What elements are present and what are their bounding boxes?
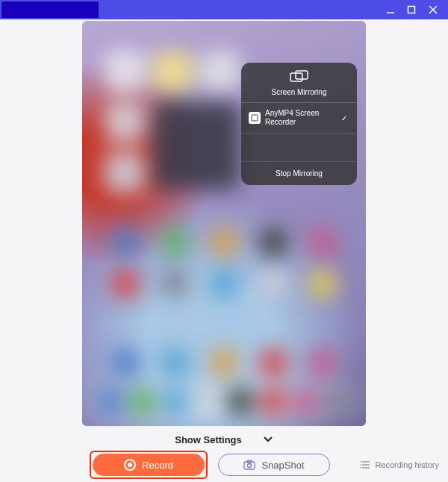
camera-icon (243, 460, 255, 470)
list-icon (360, 460, 370, 469)
record-button[interactable]: Record (93, 454, 205, 476)
show-settings-toggle[interactable]: Show Settings (9, 431, 439, 448)
snapshot-button[interactable]: SnapShot (218, 454, 330, 476)
close-button[interactable] (427, 4, 439, 16)
recording-history-link[interactable]: Recording history (360, 460, 439, 469)
checkmark-icon: ✓ (339, 114, 349, 122)
history-label: Recording history (375, 460, 439, 469)
record-label: Record (142, 460, 173, 471)
svg-point-15 (361, 467, 362, 469)
record-button-highlight: Record (90, 451, 208, 479)
svg-rect-5 (296, 71, 308, 79)
mirror-device-item[interactable]: AnyMP4 Screen Recorder ✓ (241, 103, 357, 134)
chevron-down-icon (263, 436, 273, 443)
mirror-viewport: Screen Mirroring AnyMP4 Screen Recorder … (0, 19, 448, 428)
screen-mirroring-icon (290, 70, 309, 84)
snapshot-label: SnapShot (261, 460, 304, 471)
svg-point-8 (248, 464, 252, 468)
record-icon (124, 459, 136, 471)
mirror-panel-header: Screen Mirroring (241, 63, 357, 103)
device-name: AnyMP4 Screen Recorder (265, 109, 335, 127)
screen-mirroring-panel: Screen Mirroring AnyMP4 Screen Recorder … (241, 63, 357, 185)
svg-rect-6 (252, 115, 258, 121)
svg-point-13 (361, 461, 362, 463)
maximize-button[interactable] (406, 4, 417, 15)
app-title-placeholder (1, 1, 99, 18)
bottom-bar: Show Settings Record SnapShot Recording … (0, 428, 448, 482)
stop-mirroring-button[interactable]: Stop Mirroring (241, 162, 357, 185)
mirror-panel-title: Screen Mirroring (247, 88, 351, 96)
device-screen: Screen Mirroring AnyMP4 Screen Recorder … (82, 21, 366, 426)
mirror-panel-spacer (241, 134, 357, 162)
svg-rect-1 (408, 7, 415, 13)
show-settings-label: Show Settings (175, 434, 242, 445)
device-icon (249, 112, 261, 124)
titlebar (0, 0, 448, 19)
svg-point-14 (361, 464, 362, 466)
minimize-button[interactable] (385, 4, 396, 15)
svg-rect-4 (290, 73, 302, 81)
window-controls (385, 4, 444, 16)
